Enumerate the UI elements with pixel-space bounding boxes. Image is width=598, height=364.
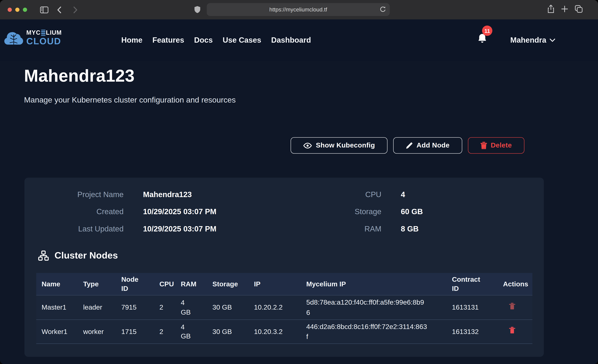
page-title: Mahendra123	[24, 66, 135, 86]
tab-overview-icon[interactable]	[575, 5, 583, 14]
sidebar-toggle-icon[interactable]	[40, 0, 49, 19]
user-menu[interactable]: Mahendra	[510, 19, 555, 61]
cloud-logo-icon	[4, 29, 24, 46]
nav-link-use-cases[interactable]: Use Cases	[223, 36, 261, 45]
cpu-value: 4	[401, 190, 405, 199]
nav-link-dashboard[interactable]: Dashboard	[271, 36, 311, 45]
created-value: 10/29/2025 03:07 PM	[143, 207, 216, 216]
notifications-button[interactable]: 11	[478, 33, 487, 45]
window-controls	[8, 8, 27, 12]
browser-toolbar: https://myceliumcloud.tf	[0, 0, 598, 19]
share-icon[interactable]	[547, 5, 555, 15]
zoom-window-button[interactable]	[23, 8, 27, 12]
info-row: CPU 4	[291, 190, 423, 207]
nav-link-docs[interactable]: Docs	[194, 36, 213, 45]
nav-links: Home Features Docs Use Cases Dashboard	[121, 19, 311, 61]
delete-node-button[interactable]	[503, 327, 515, 335]
last-updated-value: 10/29/2025 03:07 PM	[143, 224, 216, 233]
reload-icon[interactable]	[380, 6, 386, 15]
page-subtitle: Manage your Kubernetes cluster configura…	[24, 95, 236, 104]
logo-word-bottom: CLOUD	[26, 37, 62, 46]
cluster-info-left: Project Name Mahendra123 Created 10/29/2…	[25, 190, 216, 242]
ram-value: 8 GB	[401, 224, 419, 233]
user-name: Mahendra	[510, 36, 546, 45]
site-navbar: MYC LIUM CLOUD Home Features Docs Use Ca…	[0, 19, 598, 61]
network-nodes-icon	[38, 250, 49, 261]
logo-word-top: MYC LIUM	[26, 30, 62, 36]
trash-icon	[481, 142, 487, 149]
cluster-actions-toolbar: Show Kubeconfig Add Node Delete	[291, 137, 524, 154]
logo-e-bars	[41, 30, 45, 36]
table-row: Worker1 worker 1715 2 4 GB 30 GB 10.20.3…	[36, 320, 532, 344]
delete-node-button[interactable]	[503, 303, 515, 311]
show-kubeconfig-button[interactable]: Show Kubeconfig	[291, 137, 388, 154]
cluster-info-right: CPU 4 Storage 60 GB RAM 8 GB	[291, 190, 423, 242]
table-header-row: Name Type Node ID CPU RAM Storage IP Myc…	[36, 273, 532, 295]
delete-cluster-button[interactable]: Delete	[468, 137, 524, 154]
url-text: https://myceliumcloud.tf	[269, 7, 327, 13]
privacy-shield-icon[interactable]	[194, 0, 201, 19]
close-window-button[interactable]	[8, 8, 12, 12]
minimize-window-button[interactable]	[15, 8, 19, 12]
cluster-nodes-heading: Cluster Nodes	[38, 250, 118, 261]
project-name-value: Mahendra123	[143, 190, 192, 199]
pencil-icon	[406, 142, 413, 149]
cluster-details-card: Project Name Mahendra123 Created 10/29/2…	[25, 178, 544, 357]
back-icon[interactable]	[57, 0, 61, 19]
eye-icon	[303, 142, 312, 149]
info-row: RAM 8 GB	[291, 224, 423, 241]
info-row: Project Name Mahendra123	[25, 190, 216, 207]
storage-value: 60 GB	[401, 207, 423, 216]
browser-window: https://myceliumcloud.tf	[0, 0, 598, 364]
chevron-down-icon	[550, 39, 555, 42]
new-tab-icon[interactable]	[561, 5, 568, 14]
nav-link-home[interactable]: Home	[121, 36, 142, 45]
info-row: Storage 60 GB	[291, 207, 423, 224]
page-content: Mahendra123 Manage your Kubernetes clust…	[0, 19, 598, 364]
forward-icon[interactable]	[73, 0, 77, 19]
nav-link-features[interactable]: Features	[152, 36, 184, 45]
notification-count-badge: 11	[482, 25, 492, 36]
info-row: Created 10/29/2025 03:07 PM	[25, 207, 216, 224]
trash-icon	[509, 327, 515, 334]
info-row: Last Updated 10/29/2025 03:07 PM	[25, 224, 216, 241]
table-row: Master1 leader 7915 2 4 GB 30 GB 10.20.2…	[36, 295, 532, 319]
trash-icon	[509, 303, 515, 310]
add-node-button[interactable]: Add Node	[393, 137, 462, 154]
cluster-nodes-table: Name Type Node ID CPU RAM Storage IP Myc…	[36, 273, 532, 344]
address-bar[interactable]: https://myceliumcloud.tf	[207, 3, 390, 16]
mycelium-cloud-logo[interactable]: MYC LIUM CLOUD	[4, 29, 62, 46]
